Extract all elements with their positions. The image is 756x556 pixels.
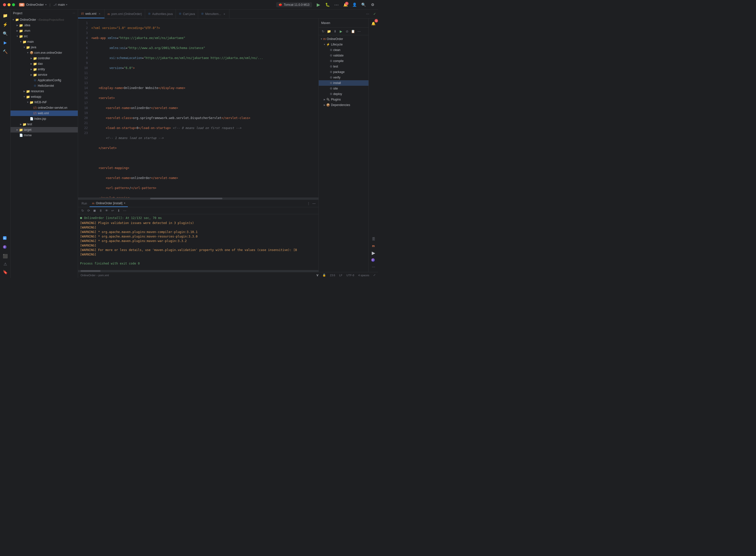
tree-item-helloservlet[interactable]: ▶ ☉ HelloServlet — [10, 83, 78, 89]
tree-item-appconfig[interactable]: ▶ ☉ ApplicationConfig — [10, 77, 78, 83]
tree-item-servlet-xml[interactable]: ▶ ⟨/⟩ onlineOrder-servlet.xn — [10, 105, 78, 110]
sidebar-terminal-button[interactable]: ⬛ — [1, 252, 9, 260]
maven-add-button[interactable]: 📁 — [326, 29, 332, 34]
bottom-filter-button[interactable]: 👁 — [104, 208, 109, 213]
tree-item-webapp[interactable]: ▼ 📁 webapp — [10, 94, 78, 100]
bottom-tab-install[interactable]: m OnlineOrder [install] × — [90, 200, 128, 207]
status-breadcrumb[interactable]: OnlineOrder › pom.xml — [80, 274, 109, 277]
sidebar-bookmark-button[interactable]: 🔖 — [1, 268, 9, 276]
maven-item-root[interactable]: ▼ m OnlineOrder — [319, 36, 368, 42]
tree-item-target[interactable]: ▶ 📁 target — [10, 127, 78, 133]
sidebar-vcs-button[interactable]: ⚡ — [1, 21, 9, 29]
tree-item-dao[interactable]: ▶ 📁 dao — [10, 61, 78, 67]
sidebar-build-button[interactable]: 🔨 — [1, 47, 9, 56]
code-content[interactable]: <?xml version="1.0" encoding="UTF-8"?> <… — [89, 19, 319, 198]
bottom-suspend-button[interactable]: ⏸ — [98, 208, 103, 213]
maven-generate-button[interactable]: 📋 — [350, 29, 356, 34]
bottom-scroll-button[interactable]: ⬇ — [116, 208, 121, 213]
sidebar-ai-button[interactable]: ✦ — [1, 243, 9, 251]
maven-item-compile[interactable]: ▶ ⚙ compile — [319, 58, 368, 64]
tab-menuitem[interactable]: ☉ MenuItem... × — [198, 9, 229, 18]
maven-download-button[interactable]: ⬇ — [332, 29, 338, 34]
maven-item-plugins[interactable]: ▶ 🔌 Plugins — [319, 97, 368, 102]
bottom-tab-run[interactable]: Run — [79, 200, 90, 207]
maven-item-site[interactable]: ▶ ⚙ site — [319, 86, 368, 91]
tab-cart[interactable]: ☉ Cart.java — [176, 9, 198, 18]
tab-menuitem-close[interactable]: × — [223, 12, 226, 16]
tree-item-package[interactable]: ▼ 📦 com.eve.onlineOrder — [10, 50, 78, 56]
more-button[interactable]: ⋯ — [334, 2, 339, 7]
tab-webxml[interactable]: ⟨/⟩ web.xml × — [78, 9, 105, 18]
editor-scrollbar-h[interactable] — [78, 198, 319, 200]
right-db-button[interactable]: 🗄 — [370, 236, 377, 243]
right-ai-button[interactable]: ✦ — [370, 256, 377, 264]
tab-pomxml[interactable]: m pom.xml (OnlineOrder) — [105, 9, 145, 18]
tree-item-indexjsp[interactable]: ▶ 📄 index.jsp — [10, 116, 78, 121]
tree-item-resources[interactable]: ▶ 📁 resources — [10, 89, 78, 94]
tree-item-entity[interactable]: ▶ 📁 entity — [10, 67, 78, 72]
bottom-console[interactable]: OnlineOrder [install]: At 12/132 sec, 70… — [78, 214, 319, 270]
maven-item-clean[interactable]: ▶ ⚙ clean — [319, 47, 368, 53]
sidebar-files-button[interactable]: 📁 — [1, 11, 9, 20]
search-button[interactable]: 🔍 — [361, 2, 366, 7]
maximize-button[interactable] — [12, 3, 15, 6]
tree-item-webinf[interactable]: ▼ 📁 WEB-INF — [10, 100, 78, 105]
maven-skip-button[interactable]: ⊘ — [344, 29, 350, 34]
status-indent[interactable]: 4 spaces — [358, 274, 369, 277]
maven-refresh-button[interactable]: ↻ — [320, 29, 326, 34]
maven-item-validate[interactable]: ▶ ⚙ validate — [319, 53, 368, 58]
status-lf[interactable]: LF — [339, 274, 342, 277]
maven-item-install[interactable]: ▶ ⚙ install — [319, 80, 368, 86]
bottom-minimize-button[interactable]: — — [311, 201, 317, 206]
maven-run-button[interactable]: ▶ — [338, 29, 344, 34]
sidebar-run-button[interactable]: ▶ — [1, 38, 9, 46]
maven-item-test[interactable]: ▶ ⚙ test — [319, 64, 368, 69]
project-selector[interactable]: 00 OnlineOrder ▾ — [19, 3, 46, 6]
tree-item-webxml[interactable]: ▶ ⟨/⟩ web.xml — [10, 110, 78, 116]
right-more-button[interactable]: ⋯ — [370, 264, 377, 271]
sidebar-notifications-button[interactable]: ⚠ — [1, 260, 9, 268]
right-notification-button[interactable]: 🔔 1 — [370, 20, 377, 27]
tree-item-mvnw[interactable]: ▶ 📄 mvnw — [10, 133, 78, 138]
tree-item-src[interactable]: ▼ 📁 src — [10, 34, 78, 39]
bottom-wrap-button[interactable]: ↩ — [110, 208, 115, 213]
close-button[interactable] — [3, 3, 6, 6]
editor-content[interactable]: 12345 678910 1112131415 1617181920 21222… — [78, 19, 319, 198]
tab-webxml-close[interactable]: × — [98, 12, 101, 15]
tree-item-mvn[interactable]: ▶ 📁 .mvn — [10, 28, 78, 34]
maven-more-button[interactable]: ⋯ — [356, 29, 362, 34]
run-button[interactable]: ▶ — [316, 2, 321, 7]
tree-item-service[interactable]: ▶ 📁 service — [10, 72, 78, 77]
tree-item-controller[interactable]: ▶ 📁 controller — [10, 56, 78, 61]
bottom-more-button[interactable]: ⋮ — [306, 201, 311, 206]
right-run-button[interactable]: ▶ — [370, 249, 377, 256]
maven-item-deploy[interactable]: ▶ ⚙ deploy — [319, 91, 368, 97]
bottom-rerun-button[interactable]: ⟳ — [86, 208, 91, 213]
tree-item-java[interactable]: ▼ 📁 java — [10, 44, 78, 50]
server-selector[interactable]: 🍅 Tomcat 11.0.0-M13 — [276, 2, 312, 7]
sidebar-search-button[interactable]: 🔍 — [1, 30, 9, 37]
tree-item-test[interactable]: ▶ 📁 test — [10, 121, 78, 127]
maven-item-package[interactable]: ▶ ⚙ package — [319, 69, 368, 75]
status-expand[interactable]: ⤢ — [373, 274, 375, 277]
debug-button[interactable]: 🐛 — [325, 2, 330, 7]
user-button[interactable]: 👤 — [352, 2, 357, 7]
bottom-options-button[interactable]: ⋯ — [122, 208, 127, 213]
right-maven-button[interactable]: m — [370, 243, 377, 249]
maven-item-lifecycle[interactable]: ▼ ⚡ Lifecycle — [319, 42, 368, 47]
branch-selector[interactable]: ⎇ main ▾ — [53, 3, 67, 6]
bottom-tab-close[interactable]: × — [124, 202, 125, 205]
status-encoding[interactable]: UTF-8 — [347, 274, 354, 277]
tab-authorities[interactable]: ☉ Authorities.java — [145, 9, 176, 18]
bottom-stop-button[interactable]: ⏹ — [92, 208, 97, 213]
bottom-scrollbar-h[interactable] — [78, 270, 319, 272]
status-cursor[interactable]: 23:6 — [330, 274, 335, 277]
minimize-button[interactable] — [7, 3, 10, 6]
maven-item-verify[interactable]: ▶ ⚙ verify — [319, 75, 368, 80]
tree-item-root[interactable]: ▼ 📁 OnlineOrder ~/Desktop/Projects/Rest — [10, 17, 78, 23]
status-vcs[interactable]: V — [317, 274, 318, 277]
tree-item-idea[interactable]: ▶ 📁 .idea — [10, 23, 78, 28]
maven-item-dependencies[interactable]: ▶ 📦 Dependencies — [319, 102, 368, 108]
tree-item-main[interactable]: ▼ 📁 main — [10, 39, 78, 44]
notifications-button[interactable]: 🔔 1 — [343, 2, 348, 7]
